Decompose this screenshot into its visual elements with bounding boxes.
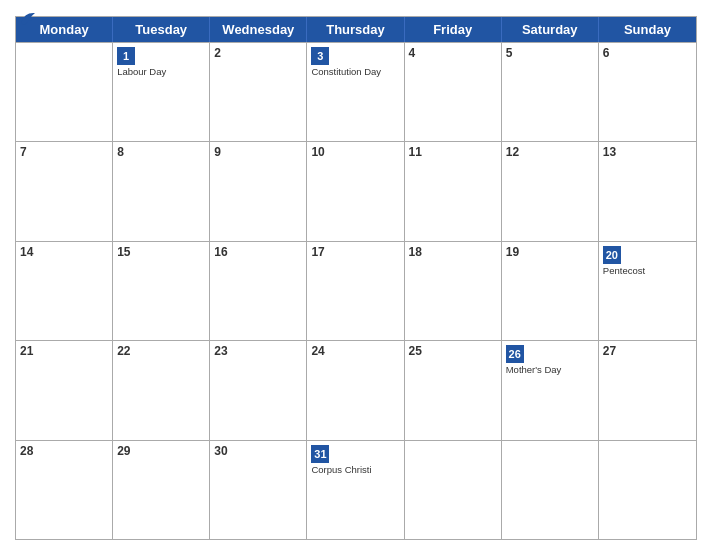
calendar-day: 25: [405, 341, 502, 439]
day-number-highlight: 3: [311, 47, 329, 65]
day-number: 31: [311, 444, 399, 463]
calendar-day: [16, 43, 113, 141]
header-cell-saturday: Saturday: [502, 17, 599, 42]
day-event: Constitution Day: [311, 66, 399, 78]
calendar-grid: MondayTuesdayWednesdayThursdayFridaySatu…: [15, 16, 697, 540]
calendar-body: 1Labour Day23Constitution Day45678910111…: [16, 42, 696, 539]
calendar-day: 14: [16, 242, 113, 340]
week-row-5: 28293031Corpus Christi: [16, 440, 696, 539]
day-number: 23: [214, 344, 302, 360]
calendar-day: 5: [502, 43, 599, 141]
calendar-day: 2: [210, 43, 307, 141]
day-number: 25: [409, 344, 497, 360]
page: MondayTuesdayWednesdayThursdayFridaySatu…: [0, 0, 712, 550]
day-number: 17: [311, 245, 399, 261]
calendar-day: 12: [502, 142, 599, 240]
logo: [15, 10, 39, 34]
day-event: Labour Day: [117, 66, 205, 78]
day-number-highlight: 31: [311, 445, 329, 463]
day-number: 3: [311, 46, 399, 65]
header-cell-wednesday: Wednesday: [210, 17, 307, 42]
day-number: 14: [20, 245, 108, 261]
day-number: 12: [506, 145, 594, 161]
day-number: 5: [506, 46, 594, 62]
calendar-day: 8: [113, 142, 210, 240]
week-row-1: 1Labour Day23Constitution Day456: [16, 42, 696, 141]
calendar-day: 30: [210, 441, 307, 539]
calendar-day: 29: [113, 441, 210, 539]
week-row-4: 212223242526Mother's Day27: [16, 340, 696, 439]
calendar-day: 21: [16, 341, 113, 439]
calendar-day: 18: [405, 242, 502, 340]
calendar-day: 4: [405, 43, 502, 141]
calendar-day: 20Pentecost: [599, 242, 696, 340]
calendar-day: 15: [113, 242, 210, 340]
day-number: 6: [603, 46, 692, 62]
day-event: Pentecost: [603, 265, 692, 277]
calendar-day: 27: [599, 341, 696, 439]
calendar-day: 6: [599, 43, 696, 141]
calendar-day: [405, 441, 502, 539]
day-number: 16: [214, 245, 302, 261]
calendar-day: 9: [210, 142, 307, 240]
calendar-day: 17: [307, 242, 404, 340]
week-row-3: 14151617181920Pentecost: [16, 241, 696, 340]
day-number: 11: [409, 145, 497, 161]
calendar-day: 3Constitution Day: [307, 43, 404, 141]
day-number: 29: [117, 444, 205, 460]
header-cell-tuesday: Tuesday: [113, 17, 210, 42]
calendar-day: 11: [405, 142, 502, 240]
header-cell-thursday: Thursday: [307, 17, 404, 42]
calendar-day: 23: [210, 341, 307, 439]
day-number: 8: [117, 145, 205, 161]
header-cell-friday: Friday: [405, 17, 502, 42]
header-cell-sunday: Sunday: [599, 17, 696, 42]
day-number: 13: [603, 145, 692, 161]
calendar-day: [502, 441, 599, 539]
day-number: 18: [409, 245, 497, 261]
calendar-header-row: MondayTuesdayWednesdayThursdayFridaySatu…: [16, 17, 696, 42]
calendar-day: 28: [16, 441, 113, 539]
calendar-day: 10: [307, 142, 404, 240]
day-number: 15: [117, 245, 205, 261]
logo-bird-icon: [17, 8, 39, 30]
day-number: 21: [20, 344, 108, 360]
calendar-day: 24: [307, 341, 404, 439]
day-number-highlight: 20: [603, 246, 621, 264]
day-number: 1: [117, 46, 205, 65]
day-number: 7: [20, 145, 108, 161]
calendar-day: [599, 441, 696, 539]
calendar-day: 26Mother's Day: [502, 341, 599, 439]
day-number: 27: [603, 344, 692, 360]
calendar-day: 16: [210, 242, 307, 340]
calendar-day: 19: [502, 242, 599, 340]
day-event: Mother's Day: [506, 364, 594, 376]
day-number-highlight: 1: [117, 47, 135, 65]
day-number: 20: [603, 245, 692, 264]
day-number: 30: [214, 444, 302, 460]
day-number: 10: [311, 145, 399, 161]
day-number-highlight: 26: [506, 345, 524, 363]
calendar-day: 31Corpus Christi: [307, 441, 404, 539]
day-number: 9: [214, 145, 302, 161]
calendar-day: 1Labour Day: [113, 43, 210, 141]
day-number: 19: [506, 245, 594, 261]
day-number: 22: [117, 344, 205, 360]
week-row-2: 78910111213: [16, 141, 696, 240]
day-number: 24: [311, 344, 399, 360]
calendar-day: 13: [599, 142, 696, 240]
day-event: Corpus Christi: [311, 464, 399, 476]
day-number: 26: [506, 344, 594, 363]
day-number: 4: [409, 46, 497, 62]
day-number: 28: [20, 444, 108, 460]
day-number: 2: [214, 46, 302, 62]
calendar-day: 7: [16, 142, 113, 240]
calendar-day: 22: [113, 341, 210, 439]
